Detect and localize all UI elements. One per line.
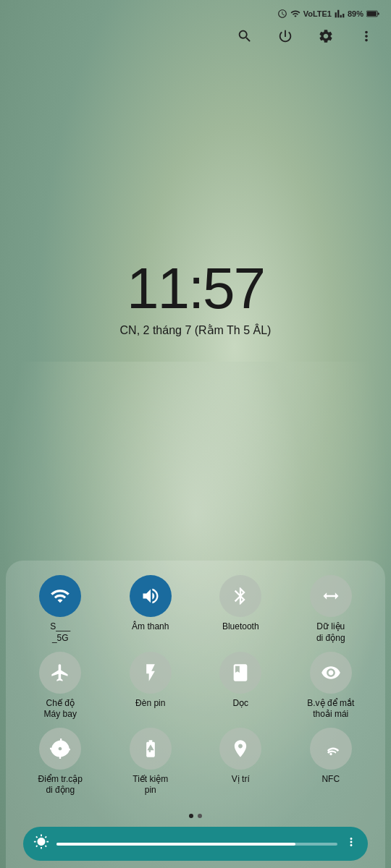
qs-battery-saver[interactable]: Tiết kiệmpin [108,728,194,796]
qs-mobile-data-label: Dữ liệudi động [316,621,345,644]
qs-airplane-label: Chế độMáy bay [44,698,77,720]
qs-location-label: Vị trí [232,774,250,786]
qs-flashlight-btn[interactable] [130,652,172,694]
network-label: VoLTE1 [303,9,332,18]
qs-sound-btn[interactable] [130,575,172,617]
notif-action-bar [0,22,391,51]
qs-flashlight-label: Đèn pin [135,698,165,710]
qs-bluetooth-label: Bluetooth [222,621,259,633]
quick-settings-grid: S____5G Âm thanh Bluetooth [17,575,374,796]
qs-eyecare-label: B.vệ để mắtthoải mái [307,698,354,720]
qs-airplane[interactable]: Chế độMáy bay [17,652,104,720]
clock-date: CN, 2 tháng 7 (Rằm Th 5 ÂL) [120,323,272,337]
qs-flashlight[interactable]: Đèn pin [108,652,194,720]
clock-area: 11:57 CN, 2 tháng 7 (Rằm Th 5 ÂL) [0,51,391,561]
svg-rect-2 [378,12,379,14]
qs-reading-label: Dọc [232,698,248,710]
brightness-more-icon[interactable] [345,835,358,852]
clock-time: 11:57 [127,260,264,318]
qs-reading[interactable]: Dọc [198,652,284,720]
qs-hotspot-label: Điểm tr.cậpdi động [38,774,83,796]
more-button[interactable] [356,26,377,46]
qs-mobile-data[interactable]: Dữ liệudi động [288,575,374,644]
qs-reading-btn[interactable] [219,652,261,694]
qs-location-btn[interactable] [219,728,261,770]
qs-location[interactable]: Vị trí [198,728,284,796]
qs-eyecare[interactable]: B.vệ để mắtthoải mái [288,652,374,720]
qs-bluetooth-btn[interactable] [219,575,261,617]
qs-hotspot[interactable]: Điểm tr.cậpdi động [17,728,104,796]
qs-sound-label: Âm thanh [132,621,169,633]
page-dots [17,808,374,824]
battery-level: 89% [348,9,363,18]
power-button[interactable] [275,26,295,46]
svg-rect-1 [367,12,377,16]
qs-eyecare-btn[interactable] [310,652,352,694]
qs-wifi-label: S____5G [50,621,70,644]
qs-nfc-label: NFC [321,774,340,786]
qs-battery-saver-btn[interactable] [130,728,172,770]
qs-nfc[interactable]: NFC [288,728,374,796]
qs-hotspot-btn[interactable] [39,728,81,770]
page-dot-2 [198,814,202,818]
brightness-bar[interactable] [23,827,368,861]
qs-wifi[interactable]: S____5G [17,575,104,644]
qs-bluetooth[interactable]: Bluetooth [198,575,284,644]
status-bar: VoLTE1 89% [0,0,391,22]
qs-battery-saver-label: Tiết kiệmpin [133,774,168,796]
qs-wifi-btn[interactable] [39,575,81,617]
quick-settings-panel: S____5G Âm thanh Bluetooth [6,561,385,868]
brightness-fill [56,843,295,846]
settings-button[interactable] [316,26,336,46]
qs-mobile-data-btn[interactable] [310,575,352,617]
qs-sound[interactable]: Âm thanh [108,575,194,644]
qs-nfc-btn[interactable] [310,728,352,770]
page-dot-1 [189,814,193,818]
status-icons: VoLTE1 89% [277,9,379,19]
brightness-icon [33,834,49,854]
qs-airplane-btn[interactable] [39,652,81,694]
search-button[interactable] [235,26,255,46]
brightness-track[interactable] [56,843,337,846]
